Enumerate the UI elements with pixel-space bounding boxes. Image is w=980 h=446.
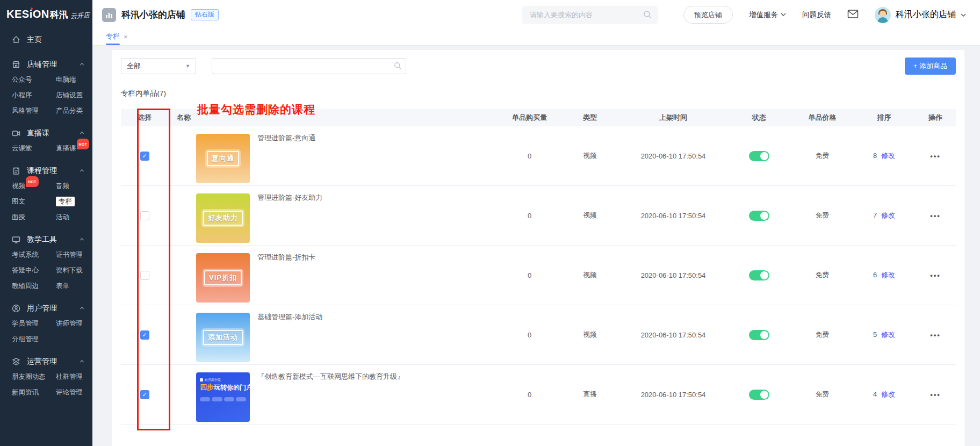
brand-logo: KESiON 科汛 云开店 bbox=[0, 0, 92, 26]
edit-link[interactable]: 修改 bbox=[881, 152, 895, 160]
sidebar-item-图文[interactable]: 图文 bbox=[12, 197, 56, 206]
more-actions-icon[interactable]: ••• bbox=[930, 212, 941, 220]
sidebar-item-电脑端[interactable]: 电脑端 bbox=[56, 75, 92, 84]
status-toggle[interactable] bbox=[749, 151, 769, 161]
sidebar-group-header-4[interactable]: 用户管理 bbox=[0, 299, 92, 318]
preview-store-button[interactable]: 预览店铺 bbox=[683, 6, 733, 24]
add-product-button[interactable]: + 添加商品 bbox=[905, 57, 956, 75]
sidebar-group-items: 云课堂直播课HOT bbox=[0, 143, 92, 154]
more-actions-icon[interactable]: ••• bbox=[930, 331, 941, 339]
sidebar-item-评论管理[interactable]: 评论管理 bbox=[56, 388, 92, 397]
sidebar-item-资料下载[interactable]: 资料下载 bbox=[56, 266, 92, 275]
banner-tag-pill bbox=[212, 397, 222, 401]
sidebar-item-风格管理[interactable]: 风格管理 bbox=[12, 106, 56, 116]
status-toggle[interactable] bbox=[749, 211, 769, 221]
sidebar-item-label: 活动 bbox=[56, 213, 69, 221]
course-thumbnail[interactable]: 添加活动 bbox=[196, 313, 250, 362]
row-checkbox[interactable] bbox=[140, 211, 149, 220]
sidebar-item-产品分类[interactable]: 产品分类 bbox=[56, 106, 92, 116]
sidebar-group-header-3[interactable]: 教学工具 bbox=[0, 230, 92, 249]
row-name-cell: 好友助力管理进阶篇-好友助力 bbox=[168, 189, 499, 243]
sidebar-item-社群管理[interactable]: 社群管理 bbox=[56, 372, 92, 382]
sidebar-item-表单[interactable]: 表单 bbox=[56, 282, 92, 291]
tab-zhuanlan[interactable]: 专栏 × bbox=[106, 32, 128, 45]
sidebar-group-header-2[interactable]: 课程管理 bbox=[0, 161, 92, 181]
sidebar-item-label: 风格管理 bbox=[12, 107, 39, 114]
row-checkbox[interactable]: ✓ bbox=[140, 330, 149, 340]
feedback-link[interactable]: 问题反馈 bbox=[802, 10, 831, 20]
sidebar-item-云课堂[interactable]: 云课堂 bbox=[12, 144, 56, 153]
row-checkbox[interactable] bbox=[140, 271, 149, 280]
sidebar-item-视频[interactable]: 视频HOT bbox=[12, 182, 56, 191]
row-sort-cell: 4修改 bbox=[853, 390, 915, 399]
sidebar-group-header-5[interactable]: 运营管理 bbox=[0, 352, 92, 371]
course-thumbnail[interactable]: 意向通 bbox=[196, 134, 250, 183]
sidebar-item-考试系统[interactable]: 考试系统 bbox=[12, 250, 56, 260]
sidebar-item-证书管理[interactable]: 证书管理 bbox=[56, 250, 92, 260]
edit-link[interactable]: 修改 bbox=[881, 390, 895, 398]
chevron-down-icon bbox=[781, 11, 786, 19]
sidebar-group-items: 朋友圈动态社群管理新闻资讯评论管理 bbox=[0, 371, 92, 398]
row-checkbox[interactable]: ✓ bbox=[140, 152, 149, 161]
row-select-cell bbox=[121, 271, 168, 280]
value-added-services-menu[interactable]: 增值服务 bbox=[749, 10, 786, 20]
more-actions-icon[interactable]: ••• bbox=[930, 271, 941, 279]
more-actions-icon[interactable]: ••• bbox=[930, 391, 941, 399]
row-name-cell: VIP折扣管理进阶篇-折扣卡 bbox=[168, 248, 499, 303]
sidebar-item-label: 讲师管理 bbox=[56, 320, 83, 327]
sidebar-item-店铺设置[interactable]: 店铺设置 bbox=[56, 91, 92, 100]
account-menu[interactable]: 科汛小张的店铺 bbox=[875, 7, 966, 23]
tab-close-icon[interactable]: × bbox=[124, 33, 128, 41]
chevron-down-icon bbox=[961, 10, 966, 20]
status-toggle[interactable] bbox=[749, 390, 769, 400]
sidebar-group-items: 视频HOT音频图文专栏面授活动 bbox=[0, 181, 92, 223]
header-actions: 预览店铺 增值服务 问题反馈 科汛小张的店铺 bbox=[683, 6, 966, 24]
top-header: 科汛小张的店铺 钻石版 预览店铺 增值服务 问题反馈 bbox=[92, 0, 980, 30]
sidebar-item-音频[interactable]: 音频 bbox=[56, 182, 92, 191]
chevron-up-icon bbox=[79, 60, 85, 69]
sidebar-item-小程序[interactable]: 小程序 bbox=[12, 91, 56, 100]
header-search-input[interactable] bbox=[522, 6, 658, 24]
course-thumbnail[interactable]: VIP折扣 bbox=[196, 253, 250, 303]
search-icon[interactable] bbox=[394, 62, 402, 72]
mail-icon[interactable] bbox=[847, 9, 859, 21]
edit-link[interactable]: 修改 bbox=[881, 271, 895, 279]
row-checkbox[interactable]: ✓ bbox=[140, 390, 149, 399]
sidebar-item-面授[interactable]: 面授 bbox=[12, 213, 56, 222]
sidebar-item-活动[interactable]: 活动 bbox=[56, 213, 92, 222]
search-icon[interactable] bbox=[643, 10, 652, 21]
sidebar-item-朋友圈动态[interactable]: 朋友圈动态 bbox=[12, 372, 56, 382]
row-more-cell: ••• bbox=[915, 212, 956, 220]
list-search-input[interactable] bbox=[212, 58, 406, 74]
sort-value: 5 bbox=[873, 330, 877, 339]
sidebar-item-label: 资料下载 bbox=[56, 267, 83, 274]
thumbnail-label: VIP折扣 bbox=[204, 270, 242, 285]
sidebar-item-答疑中心[interactable]: 答疑中心 bbox=[12, 266, 56, 275]
row-name-cell: 科汛商学院四步玩转你的门户『创造教育新模式—互联网思维下的教育升级』 bbox=[168, 368, 499, 422]
sidebar-item-学员管理[interactable]: 学员管理 bbox=[12, 319, 56, 328]
sidebar-group-header-0[interactable]: 店铺管理 bbox=[0, 55, 92, 74]
row-select-cell: ✓ bbox=[121, 330, 168, 340]
sidebar-item-讲师管理[interactable]: 讲师管理 bbox=[56, 319, 92, 328]
course-thumbnail[interactable]: 好友助力 bbox=[196, 193, 250, 243]
sidebar-item-新闻资讯[interactable]: 新闻资讯 bbox=[12, 388, 56, 397]
sidebar-item-直播课[interactable]: 直播课HOT bbox=[56, 144, 92, 153]
edit-link[interactable]: 修改 bbox=[881, 211, 895, 219]
category-filter-select[interactable]: 全部 ▼ bbox=[121, 58, 196, 74]
sidebar-group-label: 运营管理 bbox=[27, 357, 57, 366]
edit-link[interactable]: 修改 bbox=[881, 330, 895, 339]
sidebar-item-分组管理[interactable]: 分组管理 bbox=[12, 335, 56, 344]
status-toggle[interactable] bbox=[749, 270, 769, 280]
more-actions-icon[interactable]: ••• bbox=[930, 152, 941, 160]
sidebar-item-专栏[interactable]: 专栏 bbox=[56, 197, 92, 206]
course-thumbnail[interactable]: 科汛商学院四步玩转你的门户 bbox=[196, 372, 250, 422]
sidebar-item-label: 店铺设置 bbox=[56, 91, 83, 99]
sidebar-item-教辅周边[interactable]: 教辅周边 bbox=[12, 282, 56, 291]
sidebar-group-label: 课程管理 bbox=[27, 166, 57, 176]
sidebar-item-公众号[interactable]: 公众号 bbox=[12, 75, 56, 84]
tools-icon bbox=[12, 235, 20, 244]
row-sort-cell: 8修改 bbox=[853, 151, 915, 161]
row-sort-cell: 6修改 bbox=[853, 270, 915, 280]
sidebar-item-home[interactable]: 主页 bbox=[0, 26, 92, 48]
status-toggle[interactable] bbox=[749, 330, 769, 340]
